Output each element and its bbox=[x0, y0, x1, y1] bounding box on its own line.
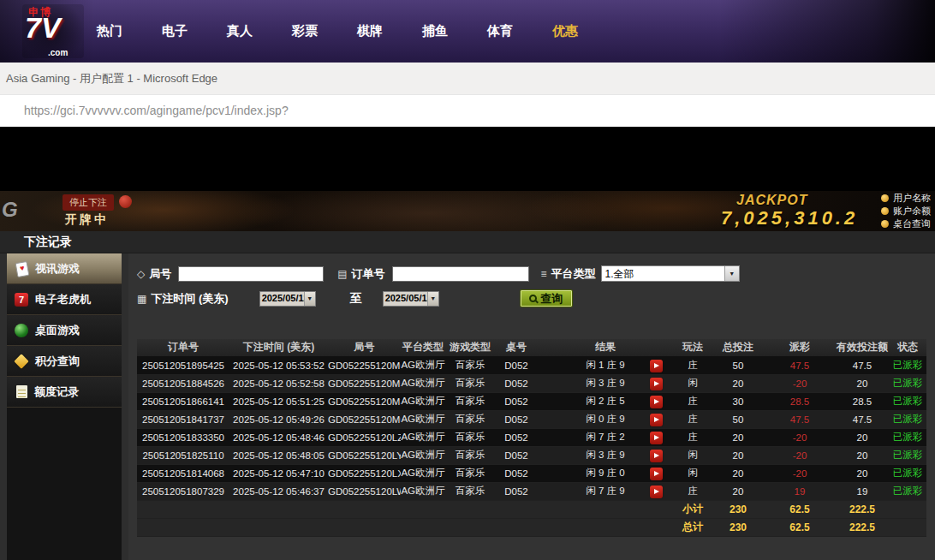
cell-play: 闲 bbox=[673, 446, 712, 464]
nav-item-chess[interactable]: 棋牌 bbox=[337, 23, 402, 39]
brand-logo-sub-text: .com bbox=[48, 48, 68, 57]
header-total-bet: 总投注 bbox=[712, 339, 764, 356]
sidebar-item-video-games[interactable]: 视讯游戏 bbox=[7, 253, 122, 284]
cards-icon bbox=[15, 262, 28, 276]
play-video-button[interactable] bbox=[650, 450, 663, 462]
table-games-icon bbox=[15, 324, 28, 337]
cell-game-type: 百家乐 bbox=[445, 374, 495, 392]
play-video-button[interactable] bbox=[650, 486, 663, 498]
sidebar-item-quota-records[interactable]: 额度记录 bbox=[7, 377, 122, 408]
cell-round-id: GD052255120M5 bbox=[328, 374, 401, 392]
header-status: 状态 bbox=[889, 339, 926, 356]
cell-result: 闲 2 庄 5 bbox=[538, 392, 673, 410]
bet-records-panel: 下注记录 视讯游戏 电子老虎机 桌面游戏 积分查询 额度记录 bbox=[0, 231, 935, 560]
cell-order-id: 250512051825110 bbox=[137, 446, 229, 464]
subtotal-total-bet: 230 bbox=[712, 500, 764, 518]
user-menu-item-balance[interactable]: 账户余额 bbox=[881, 206, 931, 217]
header-table-id: 桌号 bbox=[495, 339, 538, 356]
brand-logo[interactable]: 申博 7V .com bbox=[22, 4, 84, 58]
cell-valid-bet: 20 bbox=[836, 446, 889, 464]
cell-bet-time: 2025-05-12 05:49:26 bbox=[229, 410, 328, 428]
total-total-bet: 230 bbox=[712, 518, 764, 536]
cell-bet-time: 2025-05-12 05:46:37 bbox=[229, 482, 328, 500]
cell-table-id: D052 bbox=[495, 446, 538, 464]
cell-bet-time: 2025-05-12 05:53:52 bbox=[229, 356, 328, 374]
subtotal-label: 小计 bbox=[673, 500, 712, 518]
cell-order-id: 250512051841737 bbox=[137, 410, 229, 428]
browser-address-bar[interactable]: https://gci.7vvvvvv.com/agingame/pcv1/in… bbox=[0, 94, 935, 127]
round-number-input[interactable] bbox=[178, 266, 324, 282]
cell-platform: AG欧洲厅 bbox=[401, 464, 445, 482]
nav-item-promotions[interactable]: 优惠 bbox=[533, 23, 598, 39]
search-button[interactable]: 查询 bbox=[520, 289, 573, 307]
play-video-button[interactable] bbox=[650, 396, 663, 408]
date-from-select[interactable]: 2025/05/12 ▼ bbox=[259, 291, 316, 307]
filter-row-1: ◇ 局号 ▤ 订单号 ≡ 平台类型 1.全部 ▼ bbox=[137, 265, 740, 282]
sidebar-item-table-games[interactable]: 桌面游戏 bbox=[7, 315, 122, 346]
ag-logo-fragment: G bbox=[2, 198, 18, 222]
table-row: 250512051866141 2025-05-12 05:51:25 GD05… bbox=[137, 392, 926, 410]
cell-platform: AG欧洲厅 bbox=[401, 410, 445, 428]
subtotal-row: 小计 230 62.5 222.5 bbox=[137, 500, 926, 518]
bet-records-table: 订单号 下注时间 (美东) 局号 平台类型 游戏类型 桌号 结果 玩法 总投注 … bbox=[137, 339, 926, 537]
cell-bet-time: 2025-05-12 05:52:58 bbox=[229, 374, 328, 392]
cell-status: 已派彩 bbox=[889, 464, 926, 482]
tag-icon: ◇ bbox=[137, 268, 145, 280]
table-row: 250512051895425 2025-05-12 05:53:52 GD05… bbox=[137, 356, 926, 374]
cell-result: 闲 7 庄 2 bbox=[538, 428, 673, 446]
nav-item-sports[interactable]: 体育 bbox=[468, 23, 533, 39]
cell-order-id: 250512051807329 bbox=[137, 482, 229, 500]
user-menu-item-username[interactable]: 用户名称 bbox=[881, 193, 931, 204]
table-row: 250512051814068 2025-05-12 05:47:10 GD05… bbox=[137, 464, 926, 482]
cell-game-type: 百家乐 bbox=[445, 428, 495, 446]
cell-total-bet: 50 bbox=[712, 410, 764, 428]
records-document-icon bbox=[16, 385, 27, 398]
play-video-button[interactable] bbox=[650, 468, 663, 480]
cell-status: 已派彩 bbox=[889, 446, 926, 464]
cell-valid-bet: 20 bbox=[836, 428, 889, 446]
cell-payout: -20 bbox=[764, 428, 836, 446]
nav-item-live[interactable]: 真人 bbox=[207, 23, 272, 39]
panel-titlebar: 下注记录 bbox=[0, 231, 935, 253]
cell-payout: 47.5 bbox=[764, 356, 836, 374]
top-nav: 申博 7V .com 热门 电子 真人 彩票 棋牌 捕鱼 体育 优惠 bbox=[0, 0, 935, 63]
jackpot-label: JACKPOT bbox=[736, 193, 807, 208]
header-order-id: 订单号 bbox=[137, 339, 229, 356]
nav-item-lottery[interactable]: 彩票 bbox=[272, 23, 337, 39]
cell-round-id: GD052255120LY bbox=[328, 446, 401, 464]
nav-item-fishing[interactable]: 捕鱼 bbox=[402, 23, 468, 39]
screen: 申博 7V .com 热门 电子 真人 彩票 棋牌 捕鱼 体育 优惠 Asia … bbox=[0, 0, 935, 560]
page-title: 下注记录 bbox=[0, 231, 935, 253]
nav-item-hot[interactable]: 热门 bbox=[77, 23, 142, 39]
sidebar-item-points-inquiry[interactable]: 积分查询 bbox=[7, 346, 122, 377]
cell-game-type: 百家乐 bbox=[445, 482, 495, 500]
cell-platform: AG欧洲厅 bbox=[401, 428, 445, 446]
search-icon bbox=[529, 295, 537, 302]
sidebar-item-slot-machines[interactable]: 电子老虎机 bbox=[7, 284, 122, 315]
cell-table-id: D052 bbox=[495, 392, 538, 410]
dealing-status-text: 开牌中 bbox=[65, 212, 109, 228]
table-row: 250512051807329 2025-05-12 05:46:37 GD05… bbox=[137, 482, 926, 500]
cell-payout: -20 bbox=[764, 446, 836, 464]
cell-table-id: D052 bbox=[495, 410, 538, 428]
subtotal-payout: 62.5 bbox=[764, 500, 836, 518]
cell-round-id: GD052255120LX bbox=[328, 464, 401, 482]
user-menu-item-table-search[interactable]: 桌台查询 bbox=[881, 218, 931, 229]
play-video-button[interactable] bbox=[650, 360, 663, 372]
date-to-select[interactable]: 2025/05/12 ▼ bbox=[383, 291, 439, 307]
slot-machine-icon bbox=[15, 293, 28, 307]
cell-total-bet: 20 bbox=[712, 464, 764, 482]
cell-platform: AG欧洲厅 bbox=[401, 356, 445, 374]
cell-platform: AG欧洲厅 bbox=[401, 392, 445, 410]
cell-total-bet: 20 bbox=[712, 446, 764, 464]
order-number-input[interactable] bbox=[392, 266, 529, 282]
play-video-button[interactable] bbox=[650, 432, 663, 444]
page-background-strip bbox=[0, 127, 935, 191]
play-video-button[interactable] bbox=[650, 378, 663, 390]
cell-platform: AG欧洲厅 bbox=[401, 446, 445, 464]
play-video-button[interactable] bbox=[650, 414, 663, 426]
nav-item-slots[interactable]: 电子 bbox=[142, 23, 207, 39]
cell-total-bet: 20 bbox=[712, 374, 764, 392]
platform-select[interactable]: 1.全部 ▼ bbox=[601, 265, 740, 282]
cell-status: 已派彩 bbox=[889, 410, 926, 428]
